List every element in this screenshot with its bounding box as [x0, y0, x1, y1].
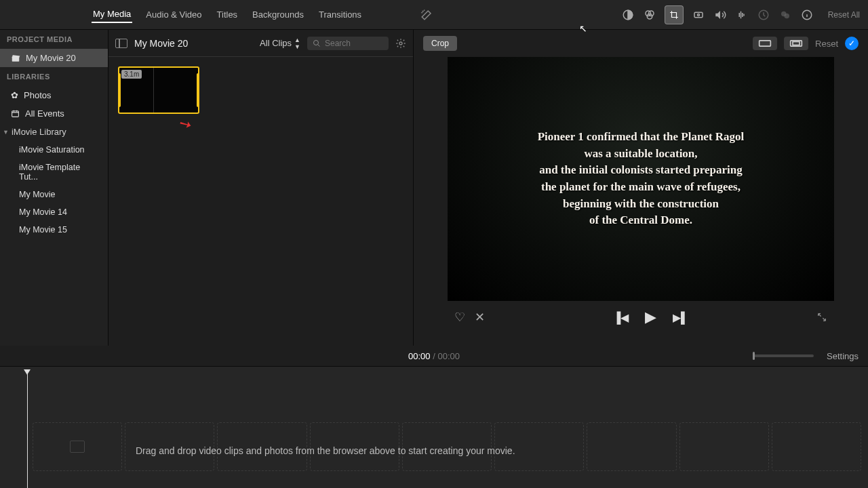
- sidebar-item-label: iMovie Saturation: [19, 145, 85, 155]
- chevron-down-icon: ▼: [3, 129, 9, 136]
- annotation-arrow-icon: ➘: [176, 113, 195, 135]
- top-tab-bar: My Media Audio & Video Titles Background…: [0, 0, 868, 30]
- total-duration: 00:00: [437, 351, 460, 361]
- clip-grid: 3.1m ➘: [108, 57, 413, 346]
- tab-transitions[interactable]: Transitions: [317, 7, 363, 22]
- sidebar-library-item[interactable]: iMovie Saturation: [0, 141, 108, 159]
- sidebar-library-item[interactable]: My Movie 15: [0, 221, 108, 239]
- play-button[interactable]: ▶: [645, 308, 656, 326]
- browser-header: My Movie 20 All Clips ▲▼: [108, 30, 413, 57]
- clip-filter-icon[interactable]: [779, 9, 791, 21]
- browser-title: My Movie 20: [134, 38, 188, 49]
- playhead[interactable]: [27, 371, 28, 488]
- color-correction-icon[interactable]: [644, 9, 656, 21]
- clips-filter-dropdown[interactable]: All Clips ▲▼: [260, 37, 300, 50]
- svg-rect-16: [793, 42, 800, 45]
- apply-button[interactable]: ✓: [845, 37, 859, 50]
- volume-icon[interactable]: [714, 9, 726, 21]
- clip-thumbnail[interactable]: 3.1m: [118, 66, 199, 114]
- adjustment-toolbar: Reset All: [622, 6, 860, 24]
- gear-icon[interactable]: [395, 38, 406, 49]
- crop-icon[interactable]: [665, 6, 683, 24]
- sidebar-item-label: My Movie 14: [19, 207, 67, 217]
- svg-rect-10: [12, 56, 20, 61]
- svg-point-3: [647, 14, 652, 19]
- tab-backgrounds[interactable]: Backgrounds: [251, 7, 305, 22]
- timeline-placeholder-clip: [587, 422, 676, 471]
- chevron-updown-icon: ▲▼: [294, 37, 300, 50]
- clip-out-handle[interactable]: [197, 73, 199, 107]
- sidebar-imovie-library[interactable]: ▼ iMovie Library: [0, 123, 108, 141]
- project-media-header: PROJECT MEDIA: [0, 30, 108, 49]
- timeline[interactable]: Drag and drop video clips and photos fro…: [0, 366, 868, 488]
- svg-point-5: [697, 14, 699, 16]
- next-frame-button[interactable]: ▶▌: [673, 311, 688, 324]
- sidebar-item-label: My Movie: [19, 190, 55, 199]
- fit-mode-button[interactable]: [753, 37, 777, 50]
- crop-to-fill-button[interactable]: [784, 37, 808, 50]
- svg-rect-11: [12, 111, 19, 117]
- sidebar-item-label: All Events: [25, 108, 64, 119]
- sidebar: PROJECT MEDIA My Movie 20 LIBRARIES ✿ Ph…: [0, 30, 108, 346]
- libraries-header: LIBRARIES: [0, 67, 108, 86]
- timeline-placeholder-clip: [772, 422, 861, 471]
- sidebar-item-label: Photos: [24, 90, 51, 100]
- color-balance-icon[interactable]: [622, 9, 634, 21]
- sidebar-library-item[interactable]: iMovie Template Tut...: [0, 159, 108, 186]
- svg-rect-4: [694, 12, 703, 18]
- time-display-row: 00:00 / 00:00 Settings: [0, 346, 868, 366]
- reset-all-button[interactable]: Reset All: [828, 10, 860, 20]
- clips-filter-label: All Clips: [260, 38, 292, 48]
- sidebar-item-label: My Movie 20: [26, 53, 76, 63]
- crop-mode-label: Crop: [423, 36, 457, 51]
- svg-rect-14: [760, 41, 771, 46]
- viewer-controls: ♡ ✕ ▐◀ ▶ ▶▌: [414, 301, 868, 333]
- svg-point-12: [314, 40, 319, 45]
- photos-icon: ✿: [11, 90, 18, 100]
- timeline-placeholder-clip: [33, 422, 122, 471]
- video-preview[interactable]: Pioneer 1 confirmed that the Planet Rago…: [448, 57, 834, 301]
- tab-titles[interactable]: Titles: [216, 7, 239, 22]
- viewer-toolbar: Crop Reset ✓: [414, 30, 868, 57]
- enhance-wand-icon[interactable]: [420, 9, 433, 21]
- noise-reduction-icon[interactable]: [736, 9, 748, 21]
- reject-icon[interactable]: ✕: [475, 310, 485, 325]
- speed-icon[interactable]: [757, 9, 770, 21]
- info-icon[interactable]: [801, 9, 813, 21]
- svg-point-13: [399, 42, 402, 45]
- media-browser: My Movie 20 All Clips ▲▼ 3.1m ➘: [108, 30, 414, 346]
- search-icon: [313, 39, 321, 47]
- search-input[interactable]: [325, 39, 379, 48]
- stabilization-icon[interactable]: [692, 9, 705, 21]
- sidebar-photos[interactable]: ✿ Photos: [0, 86, 108, 104]
- list-view-toggle-icon[interactable]: [115, 39, 127, 48]
- viewer-panel: Crop Reset ✓ Pioneer 1 confirmed that th…: [414, 30, 868, 346]
- clip-duration-badge: 3.1m: [121, 70, 142, 79]
- video-text-overlay: Pioneer 1 confirmed that the Planet Rago…: [538, 129, 745, 229]
- tab-my-media[interactable]: My Media: [92, 6, 132, 23]
- time-display: 00:00 / 00:00: [408, 351, 460, 361]
- calendar-icon: [11, 109, 20, 118]
- svg-point-8: [784, 13, 789, 18]
- timeline-zoom-slider[interactable]: [753, 354, 814, 357]
- settings-button[interactable]: Settings: [827, 351, 859, 361]
- timeline-placeholder-clip: [679, 422, 769, 471]
- tab-audio-video[interactable]: Audio & Video: [144, 7, 203, 22]
- current-time: 00:00: [408, 351, 431, 361]
- sidebar-project-item[interactable]: My Movie 20: [0, 49, 108, 67]
- sidebar-library-item[interactable]: My Movie: [0, 186, 108, 203]
- reset-button[interactable]: Reset: [815, 39, 838, 49]
- timeline-hint-text: Drag and drop video clips and photos fro…: [136, 445, 515, 456]
- favorite-icon[interactable]: ♡: [454, 310, 465, 325]
- sidebar-item-label: My Movie 15: [19, 225, 67, 235]
- search-field[interactable]: [307, 37, 389, 50]
- clapperboard-icon: [11, 54, 20, 63]
- sidebar-library-item[interactable]: My Movie 14: [0, 203, 108, 221]
- prev-frame-button[interactable]: ▐◀: [613, 311, 629, 324]
- time-separator: /: [431, 351, 438, 361]
- sidebar-item-label: iMovie Template Tut...: [19, 163, 101, 182]
- sidebar-all-events[interactable]: All Events: [0, 104, 108, 123]
- sidebar-item-label: iMovie Library: [12, 127, 66, 137]
- clip-in-handle[interactable]: [118, 73, 121, 107]
- fullscreen-icon[interactable]: [816, 312, 827, 323]
